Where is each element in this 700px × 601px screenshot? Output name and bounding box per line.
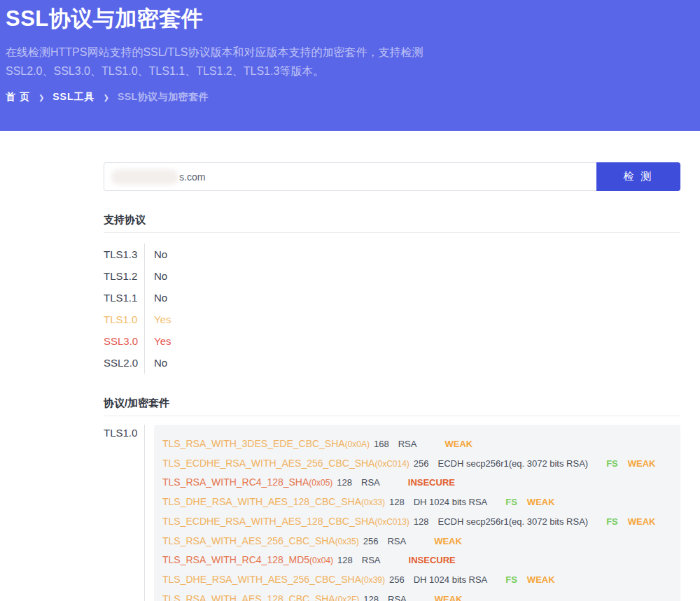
protocol-row: TLS1.3 No (104, 243, 680, 265)
breadcrumb-link[interactable]: SSL工具 (52, 91, 94, 104)
protocol-supported-value: No (145, 243, 167, 265)
protocol-supported-value: Yes (145, 330, 171, 352)
cipher-key-bits: 256 (414, 458, 429, 469)
detect-button[interactable]: 检 测 (596, 162, 680, 191)
page-description: 在线检测HTTPS网站支持的SSL/TLS协议版本和对应版本支持的加密套件，支持… (6, 43, 694, 80)
status-badge: WEAK (527, 497, 555, 507)
cipher-key-bits: 256 (363, 536, 379, 546)
cipher-suite-panel: TLS_RSA_WITH_3DES_EDE_CBC_SHA(0x0A)168RS… (154, 425, 680, 601)
cipher-suite-row: TLS_RSA_WITH_AES_256_CBC_SHA(0x35)256RSA… (162, 532, 672, 551)
domain-suffix-text: s.com (179, 171, 205, 183)
cipher-key-exchange: RSA (388, 594, 407, 601)
cipher-key-exchange: RSA (398, 439, 417, 449)
protocol-name: TLS1.3 (104, 243, 145, 265)
breadcrumb-item: SSL协议与加密套件 ❯ (118, 91, 209, 104)
cipher-hex-code: (0x0A) (345, 439, 370, 449)
cipher-suite-row: TLS_RSA_WITH_AES_128_CBC_SHA(0x2F)128RSA… (162, 590, 672, 601)
cipher-suite-name: TLS_DHE_RSA_WITH_AES_256_CBC_SHA(0x39) (162, 574, 385, 585)
cipher-hex-code: (0x05) (309, 478, 332, 488)
status-badge: WEAK (444, 439, 472, 449)
page-header: SSL协议与加密套件 在线检测HTTPS网站支持的SSL/TLS协议版本和对应版… (0, 0, 700, 131)
fs-badge: FS (606, 458, 618, 469)
status-badge: WEAK (628, 458, 656, 469)
cipher-suite-name-text: TLS_RSA_WITH_RC4_128_MD5 (162, 554, 309, 565)
cipher-suite-name: TLS_ECDHE_RSA_WITH_AES_128_CBC_SHA(0xC01… (162, 516, 410, 527)
cipher-suite-name-text: TLS_RSA_WITH_AES_128_CBC_SHA (162, 593, 335, 601)
protocol-supported-value: Yes (145, 309, 171, 330)
cipher-protocol-label: TLS1.0 (104, 425, 145, 601)
status-badge: WEAK (527, 574, 555, 585)
cipher-hex-code: (0xC014) (374, 459, 409, 469)
cipher-key-bits: 128 (337, 477, 352, 488)
cipher-hex-code: (0x04) (309, 556, 333, 565)
domain-search-bar: s.com 检 测 (104, 162, 680, 191)
cipher-key-bits: 128 (389, 497, 405, 507)
cipher-suite-name: TLS_RSA_WITH_AES_128_CBC_SHA(0x2F) (162, 593, 359, 601)
chevron-right-icon: ❯ (38, 94, 44, 101)
protocol-supported-value: No (145, 352, 167, 374)
status-badge: WEAK (628, 516, 656, 527)
fs-badge: FS (505, 574, 517, 585)
cipher-hex-code: (0xC013) (374, 517, 409, 527)
cipher-suite-name-text: TLS_DHE_RSA_WITH_AES_256_CBC_SHA (162, 574, 361, 585)
breadcrumb-link: SSL协议与加密套件 (118, 91, 209, 104)
protocol-row: SSL2.0 No (104, 352, 680, 374)
cipher-suite-name-text: TLS_RSA_WITH_3DES_EDE_CBC_SHA (162, 438, 345, 449)
redacted-domain-blur (111, 169, 178, 185)
chevron-right-icon: ❯ (104, 94, 109, 101)
cipher-suite-name-text: TLS_ECDHE_RSA_WITH_AES_128_CBC_SHA (162, 516, 374, 527)
cipher-suite-name-text: TLS_RSA_WITH_AES_256_CBC_SHA (162, 535, 335, 546)
cipher-suite-name-text: TLS_RSA_WITH_RC4_128_SHA (162, 476, 309, 488)
cipher-key-bits: 128 (363, 594, 379, 601)
protocol-row: TLS1.0 Yes (104, 309, 680, 330)
cipher-suite-name: TLS_RSA_WITH_RC4_128_MD5(0x04) (162, 554, 333, 565)
cipher-key-exchange: ECDH secp256r1(eq. 3072 bits RSA) (438, 516, 589, 527)
page-title: SSL协议与加密套件 (6, 4, 694, 34)
protocol-row: TLS1.2 No (104, 265, 680, 287)
cipher-suites-section: TLS1.0 TLS_RSA_WITH_3DES_EDE_CBC_SHA(0x0… (104, 425, 680, 601)
cipher-key-exchange: ECDH secp256r1(eq. 3072 bits RSA) (438, 458, 589, 469)
cipher-suite-row: TLS_ECDHE_RSA_WITH_AES_256_CBC_SHA(0xC01… (162, 454, 672, 474)
cipher-key-exchange: DH 1024 bits RSA (414, 574, 488, 585)
protocol-supported-value: No (145, 287, 167, 309)
breadcrumb-item: 首 页 ❯ (6, 91, 52, 104)
protocol-row: SSL3.0 Yes (104, 330, 680, 352)
cipher-key-bits: 128 (414, 516, 429, 527)
cipher-key-exchange: DH 1024 bits RSA (414, 497, 488, 507)
cipher-hex-code: (0x39) (361, 575, 385, 585)
fs-badge: FS (505, 497, 517, 507)
breadcrumb-link[interactable]: 首 页 (6, 91, 30, 104)
cipher-suite-row: TLS_RSA_WITH_RC4_128_MD5(0x04)128RSAINSE… (162, 551, 672, 570)
domain-input[interactable]: s.com (104, 162, 596, 191)
cipher-key-bits: 168 (374, 439, 389, 449)
supported-protocols-heading: 支持协议 (104, 213, 680, 233)
protocol-row: TLS1.1 No (104, 287, 680, 309)
protocol-name: SSL3.0 (104, 330, 145, 352)
protocol-list: TLS1.3 No TLS1.2 No TLS1.1 No TLS1.0 Yes… (104, 243, 680, 374)
cipher-suites-heading: 协议/加密套件 (104, 396, 680, 416)
cipher-suite-name: TLS_RSA_WITH_3DES_EDE_CBC_SHA(0x0A) (162, 438, 370, 449)
cipher-hex-code: (0x33) (361, 497, 385, 507)
cipher-key-exchange: RSA (362, 555, 381, 565)
page-description-line1: 在线检测HTTPS网站支持的SSL/TLS协议版本和对应版本支持的加密套件，支持… (6, 46, 423, 58)
protocol-name: TLS1.1 (104, 287, 145, 309)
fs-badge: FS (606, 516, 618, 527)
main-content: s.com 检 测 支持协议 TLS1.3 No TLS1.2 No TLS1.… (0, 162, 700, 601)
status-badge: WEAK (434, 536, 462, 546)
status-badge: WEAK (435, 594, 463, 601)
cipher-suite-row: TLS_DHE_RSA_WITH_AES_128_CBC_SHA(0x33)12… (162, 493, 672, 512)
protocol-supported-value: No (145, 265, 167, 287)
cipher-suite-row: TLS_RSA_WITH_RC4_128_SHA(0x05)128RSAINSE… (162, 473, 672, 493)
breadcrumb-item: SSL工具 ❯ (52, 91, 118, 104)
breadcrumb: 首 页 ❯ SSL工具 ❯ SSL协议与加密套件 ❯ (6, 91, 694, 104)
protocol-name: SSL2.0 (104, 352, 145, 374)
protocol-name: TLS1.0 (104, 309, 145, 330)
status-badge: INSECURE (409, 555, 456, 565)
cipher-suite-name: TLS_RSA_WITH_AES_256_CBC_SHA(0x35) (162, 535, 359, 546)
cipher-suite-name: TLS_ECDHE_RSA_WITH_AES_256_CBC_SHA(0xC01… (162, 458, 410, 469)
cipher-hex-code: (0x2F) (335, 595, 360, 601)
cipher-suite-name-text: TLS_ECDHE_RSA_WITH_AES_256_CBC_SHA (162, 458, 374, 469)
cipher-suite-row: TLS_ECDHE_RSA_WITH_AES_128_CBC_SHA(0xC01… (162, 512, 672, 532)
cipher-suite-name: TLS_DHE_RSA_WITH_AES_128_CBC_SHA(0x33) (162, 496, 385, 507)
cipher-key-bits: 256 (389, 574, 405, 585)
